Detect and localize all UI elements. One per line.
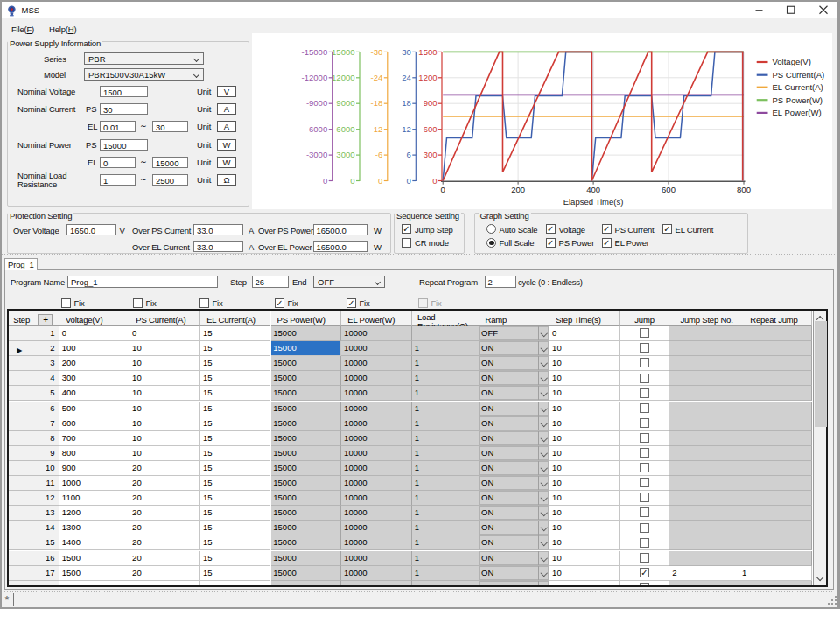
svg-text:30: 30 — [402, 47, 411, 57]
svg-text:6000: 6000 — [336, 124, 354, 134]
svg-text:0: 0 — [407, 176, 411, 186]
svg-text:PS Power(W): PS Power(W) — [773, 95, 823, 105]
svg-text:-30: -30 — [371, 47, 383, 57]
svg-text:9000: 9000 — [336, 98, 354, 108]
svg-text:12: 12 — [402, 124, 411, 134]
svg-text:18: 18 — [402, 98, 411, 108]
svg-text:Voltage(V): Voltage(V) — [773, 57, 811, 66]
svg-text:Elapsed Time(s): Elapsed Time(s) — [564, 197, 624, 206]
svg-text:12000: 12000 — [332, 73, 354, 82]
svg-text:1500: 1500 — [418, 47, 437, 57]
svg-text:-18: -18 — [371, 98, 383, 108]
svg-text:200: 200 — [511, 185, 525, 194]
svg-text:-3000: -3000 — [306, 150, 327, 159]
svg-text:0: 0 — [441, 185, 445, 194]
svg-text:0: 0 — [378, 176, 382, 186]
svg-text:-12000: -12000 — [302, 73, 328, 82]
svg-text:EL Power(W): EL Power(W) — [773, 108, 822, 117]
svg-text:-6: -6 — [375, 150, 382, 159]
svg-text:0: 0 — [350, 176, 354, 186]
svg-text:EL Current(A): EL Current(A) — [773, 82, 823, 92]
svg-text:0: 0 — [432, 176, 437, 186]
svg-text:-9000: -9000 — [306, 98, 327, 108]
svg-text:0: 0 — [323, 176, 327, 186]
svg-text:300: 300 — [424, 150, 438, 159]
svg-text:3000: 3000 — [336, 150, 354, 159]
svg-text:400: 400 — [586, 185, 600, 194]
svg-text:900: 900 — [424, 98, 438, 108]
svg-text:-12: -12 — [371, 124, 383, 134]
svg-text:6: 6 — [407, 150, 411, 159]
svg-text:600: 600 — [424, 124, 438, 134]
svg-text:-6000: -6000 — [306, 124, 327, 134]
svg-text:24: 24 — [402, 73, 411, 82]
svg-text:15000: 15000 — [332, 47, 354, 57]
svg-text:1200: 1200 — [418, 73, 437, 82]
svg-text:-15000: -15000 — [302, 47, 328, 57]
svg-text:-24: -24 — [371, 73, 383, 82]
svg-text:PS Current(A): PS Current(A) — [773, 70, 825, 80]
svg-text:600: 600 — [662, 185, 676, 194]
svg-text:800: 800 — [737, 185, 751, 194]
